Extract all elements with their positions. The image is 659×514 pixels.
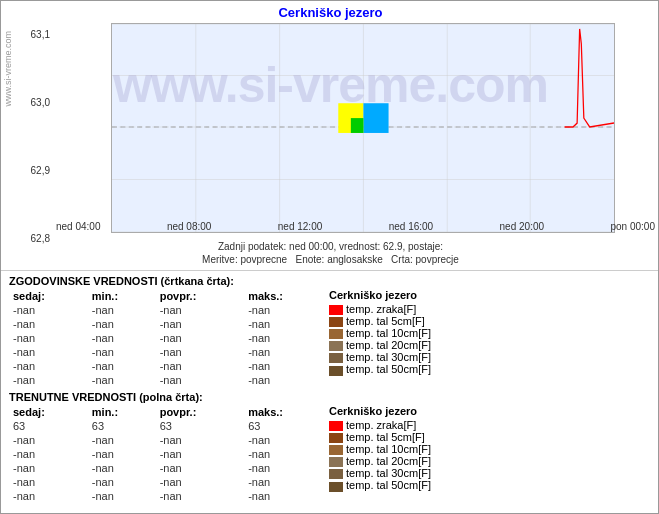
historical-header: sedaj: min.: povpr.: maks.:	[9, 289, 329, 303]
curr-row-5: -nan -nan -nan -nan	[9, 475, 329, 489]
curr-r3-povpr: -nan	[156, 447, 244, 461]
chart-footer-1: Zadnji podatek: ned 00:00, vrednost: 62.…	[1, 241, 659, 252]
hist-col-sedaj: sedaj:	[9, 289, 88, 303]
hist-color-2	[329, 317, 343, 327]
hist-color-6	[329, 366, 343, 376]
curr-color-6	[329, 482, 343, 492]
svg-rect-12	[363, 103, 388, 133]
curr-r5-min: -nan	[88, 475, 156, 489]
curr-color-3	[329, 445, 343, 455]
hist-r6-min: -nan	[88, 373, 156, 387]
y-label-2: 63,0	[31, 97, 50, 108]
hist-r1-sedaj: -nan	[9, 303, 88, 317]
curr-r6-sedaj: -nan	[9, 489, 88, 503]
x-label-6: pon 00:00	[610, 221, 655, 232]
hist-row-6: -nan -nan -nan -nan	[9, 373, 329, 387]
hist-r3-povpr: -nan	[156, 331, 244, 345]
hist-col-povpr: povpr.:	[156, 289, 244, 303]
curr-r3-maks: -nan	[244, 447, 329, 461]
curr-row-3: -nan -nan -nan -nan	[9, 447, 329, 461]
curr-r2-sedaj: -nan	[9, 433, 88, 447]
hist-legend-1: temp. zraka[F]	[329, 303, 650, 315]
hist-row-3: -nan -nan -nan -nan	[9, 331, 329, 345]
hist-r5-maks: -nan	[244, 359, 329, 373]
hist-legend-6: temp. tal 50cm[F]	[329, 363, 650, 375]
data-section: ZGODOVINSKE VREDNOSTI (črtkana črta): se…	[1, 271, 658, 507]
curr-col-min: min.:	[88, 405, 156, 419]
chart-area	[111, 23, 615, 233]
hist-r4-maks: -nan	[244, 345, 329, 359]
curr-r4-min: -nan	[88, 461, 156, 475]
hist-r4-min: -nan	[88, 345, 156, 359]
curr-row-1: 63 63 63 63	[9, 419, 329, 433]
x-label-1: ned 04:00	[56, 221, 101, 232]
curr-station-name: Cerkniško jezero	[329, 405, 650, 417]
hist-r1-povpr: -nan	[156, 303, 244, 317]
curr-legend-3: temp. tal 10cm[F]	[329, 443, 650, 455]
hist-color-1	[329, 305, 343, 315]
x-label-4: ned 16:00	[389, 221, 434, 232]
curr-row-4: -nan -nan -nan -nan	[9, 461, 329, 475]
hist-legend-3: temp. tal 10cm[F]	[329, 327, 650, 339]
curr-r5-maks: -nan	[244, 475, 329, 489]
current-left: sedaj: min.: povpr.: maks.: 63 63 63 63 …	[9, 405, 329, 503]
historical-right: Cerkniško jezero temp. zraka[F] temp. ta…	[329, 289, 650, 387]
hist-r5-min: -nan	[88, 359, 156, 373]
historical-section: ZGODOVINSKE VREDNOSTI (črtkana črta): se…	[9, 275, 650, 387]
x-label-5: ned 20:00	[500, 221, 545, 232]
hist-r2-maks: -nan	[244, 317, 329, 331]
y-axis-labels: 63,1 63,0 62,9 62,8	[1, 29, 53, 244]
hist-r5-sedaj: -nan	[9, 359, 88, 373]
hist-r3-maks: -nan	[244, 331, 329, 345]
hist-row-2: -nan -nan -nan -nan	[9, 317, 329, 331]
x-label-3: ned 12:00	[278, 221, 323, 232]
hist-row-5: -nan -nan -nan -nan	[9, 359, 329, 373]
curr-legend-2: temp. tal 5cm[F]	[329, 431, 650, 443]
historical-table-wrapper: sedaj: min.: povpr.: maks.: -nan -nan -n…	[9, 289, 650, 387]
chart-footer-2: Meritve: povprecne Enote: anglosakske Cr…	[1, 254, 659, 265]
current-section: TRENUTNE VREDNOSTI (polna črta): sedaj: …	[9, 391, 650, 503]
hist-row-1: -nan -nan -nan -nan	[9, 303, 329, 317]
hist-legend-2: temp. tal 5cm[F]	[329, 315, 650, 327]
curr-row-2: -nan -nan -nan -nan	[9, 433, 329, 447]
hist-r2-sedaj: -nan	[9, 317, 88, 331]
hist-color-4	[329, 341, 343, 351]
current-data-table: sedaj: min.: povpr.: maks.: 63 63 63 63 …	[9, 405, 329, 503]
hist-r2-povpr: -nan	[156, 317, 244, 331]
hist-r1-maks: -nan	[244, 303, 329, 317]
hist-r3-sedaj: -nan	[9, 331, 88, 345]
curr-r6-povpr: -nan	[156, 489, 244, 503]
hist-col-min: min.:	[88, 289, 156, 303]
curr-r1-sedaj: 63	[9, 419, 88, 433]
curr-legend-5: temp. tal 30cm[F]	[329, 467, 650, 479]
curr-r1-povpr: 63	[156, 419, 244, 433]
curr-r3-min: -nan	[88, 447, 156, 461]
curr-row-6: -nan -nan -nan -nan	[9, 489, 329, 503]
hist-color-3	[329, 329, 343, 339]
x-label-2: ned 08:00	[167, 221, 212, 232]
curr-r1-maks: 63	[244, 419, 329, 433]
curr-r2-maks: -nan	[244, 433, 329, 447]
curr-legend-6: temp. tal 50cm[F]	[329, 479, 650, 491]
hist-r1-min: -nan	[88, 303, 156, 317]
curr-r4-povpr: -nan	[156, 461, 244, 475]
historical-left: sedaj: min.: povpr.: maks.: -nan -nan -n…	[9, 289, 329, 387]
curr-col-sedaj: sedaj:	[9, 405, 88, 419]
curr-r5-sedaj: -nan	[9, 475, 88, 489]
hist-r6-povpr: -nan	[156, 373, 244, 387]
current-table-wrapper: sedaj: min.: povpr.: maks.: 63 63 63 63 …	[9, 405, 650, 503]
curr-r3-sedaj: -nan	[9, 447, 88, 461]
curr-r6-min: -nan	[88, 489, 156, 503]
curr-legend-4: temp. tal 20cm[F]	[329, 455, 650, 467]
curr-col-povpr: povpr.:	[156, 405, 244, 419]
curr-col-maks: maks.:	[244, 405, 329, 419]
hist-legend-4: temp. tal 20cm[F]	[329, 339, 650, 351]
curr-r5-povpr: -nan	[156, 475, 244, 489]
hist-legend-5: temp. tal 30cm[F]	[329, 351, 650, 363]
hist-col-maks: maks.:	[244, 289, 329, 303]
historical-data-table: sedaj: min.: povpr.: maks.: -nan -nan -n…	[9, 289, 329, 387]
current-header: sedaj: min.: povpr.: maks.:	[9, 405, 329, 419]
curr-color-5	[329, 469, 343, 479]
y-label-1: 63,1	[31, 29, 50, 40]
hist-r4-sedaj: -nan	[9, 345, 88, 359]
